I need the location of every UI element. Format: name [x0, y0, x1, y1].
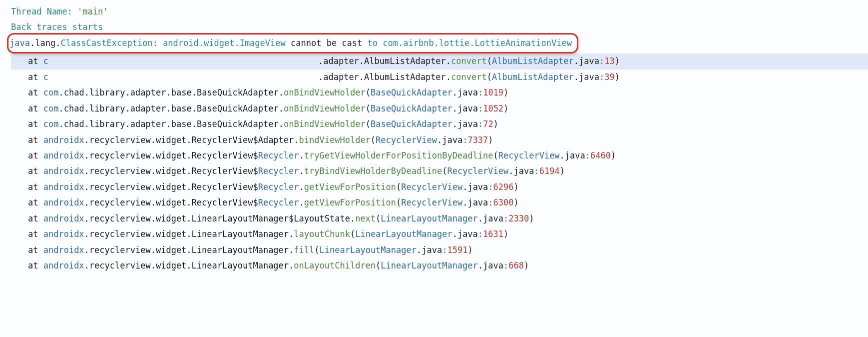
frame-token: recyclerview — [89, 198, 151, 208]
paren-open: ( — [376, 260, 381, 270]
frame-file[interactable]: LinearLayoutManager — [320, 245, 417, 255]
frame-token: androidx — [43, 150, 84, 160]
frame-file[interactable]: AlbumListAdapter — [492, 72, 574, 82]
frame-line-number[interactable]: 6194 — [539, 166, 560, 176]
exception-class: ClassCastException — [60, 38, 152, 48]
stack-frame: at androidx.recyclerview.widget.LinearLa… — [11, 226, 868, 242]
frame-file[interactable]: RecyclerView — [401, 198, 462, 208]
frame-file[interactable]: LinearLayoutManager — [381, 214, 477, 224]
frame-token: . — [84, 166, 89, 176]
frame-token: . — [151, 198, 156, 208]
at-keyword: at — [28, 56, 43, 66]
colon: : — [599, 56, 604, 66]
frame-line-number[interactable]: 1052 — [483, 104, 503, 114]
paren-close: ) — [488, 135, 493, 145]
frame-line-number[interactable]: 6300 — [493, 198, 514, 208]
stack-frame: at c.adapter.AlbumListAdapter.convert(Al… — [11, 70, 868, 85]
frame-line-number[interactable]: 1019 — [483, 88, 503, 98]
frame-line-number[interactable]: 7337 — [467, 135, 488, 145]
frame-file[interactable]: LinearLayoutManager — [381, 260, 477, 270]
frame-line-number[interactable]: 13 — [604, 56, 614, 66]
frame-token: recyclerview — [89, 214, 151, 224]
frame-token: next — [355, 214, 376, 224]
frame-file[interactable]: RecyclerView — [401, 182, 462, 192]
frame-token: androidx — [43, 135, 84, 145]
frame-token: widget — [156, 135, 186, 145]
paren-open: ( — [396, 198, 401, 208]
frame-token: . — [279, 119, 284, 129]
paren-close: ) — [529, 214, 534, 224]
stack-frame: at androidx.recyclerview.widget.Recycler… — [11, 180, 868, 195]
frame-token: library — [89, 104, 125, 114]
frame-suffix: .adapter.AlbumListAdapter. — [318, 56, 451, 66]
frame-token: chad — [64, 88, 84, 98]
paren-open: ( — [376, 214, 381, 224]
frame-token: widget — [156, 214, 186, 224]
dot: . — [574, 56, 579, 66]
frame-file[interactable]: RecyclerView — [447, 166, 508, 176]
frame-token: tryGetViewHolderForPositionByDeadline — [304, 150, 493, 160]
frame-token: widget — [156, 166, 186, 176]
frame-token: . — [186, 214, 191, 224]
frame-file[interactable]: LinearLayoutManager — [355, 229, 452, 239]
frame-token: widget — [156, 198, 186, 208]
thread-name-value: 'main' — [77, 6, 108, 16]
frame-ext: java — [467, 182, 488, 192]
stack-frame: at androidx.recyclerview.widget.LinearLa… — [11, 242, 868, 258]
frame-line-number[interactable]: 1631 — [483, 229, 503, 239]
frame-token: . — [299, 182, 304, 192]
frame-token: . — [289, 260, 294, 270]
colon: : — [478, 229, 483, 239]
at-keyword: at — [28, 135, 43, 145]
paren-close: ) — [514, 198, 519, 208]
frame-file[interactable]: RecyclerView — [376, 135, 437, 145]
frame-token: fill — [294, 245, 314, 255]
frame-ext: java — [483, 260, 503, 270]
frame-token: . — [84, 150, 89, 160]
frame-token: LinearLayoutManager$LayoutState — [192, 214, 350, 224]
paren-open: ( — [371, 135, 376, 145]
at-keyword: at — [28, 260, 43, 270]
frame-token: androidx — [43, 198, 84, 208]
frame-token: . — [151, 229, 156, 239]
frame-token: recyclerview — [89, 150, 151, 160]
frame-ext: java — [457, 88, 478, 98]
frame-file[interactable]: BaseQuickAdapter — [371, 88, 452, 98]
frame-file[interactable]: BaseQuickAdapter — [371, 104, 452, 114]
frame-file[interactable]: AlbumListAdapter — [492, 56, 574, 66]
frame-token: . — [299, 198, 304, 208]
at-keyword: at — [28, 72, 43, 82]
frame-token: androidx — [43, 214, 84, 224]
paren-close: ) — [524, 260, 529, 270]
frame-ext: java — [579, 72, 599, 82]
dot: . — [462, 198, 467, 208]
colon: : — [442, 245, 447, 255]
dot: . — [452, 119, 457, 129]
frame-line-number[interactable]: 1591 — [447, 245, 467, 255]
frame-token: . — [279, 88, 284, 98]
frame-line-number[interactable]: 668 — [508, 260, 524, 270]
frame-line-number[interactable]: 2330 — [508, 214, 529, 224]
frame-token: . — [151, 214, 156, 224]
frame-file[interactable]: RecyclerView — [498, 150, 560, 160]
frame-token: RecyclerView — [192, 182, 253, 192]
frame-token: widget — [156, 245, 186, 255]
at-keyword: at — [28, 166, 43, 176]
frame-token: adapter — [130, 88, 166, 98]
frame-line-number[interactable]: 72 — [483, 119, 493, 129]
frame-file[interactable]: BaseQuickAdapter — [371, 119, 452, 129]
frame-token: tryBindViewHolderByDeadline — [304, 166, 442, 176]
frame-token: recyclerview — [89, 135, 151, 145]
frame-token: . — [151, 166, 156, 176]
colon: : — [534, 166, 539, 176]
frame-line-number[interactable]: 6460 — [590, 150, 611, 160]
frame-method: convert — [451, 72, 487, 82]
dot: . — [452, 104, 457, 114]
at-keyword: at — [28, 198, 43, 208]
frame-token: library — [89, 119, 125, 129]
frame-line-number[interactable]: 39 — [604, 72, 614, 82]
frame-token: androidx — [43, 182, 84, 192]
frame-ext: java — [467, 198, 488, 208]
redacted-prefix: c — [43, 56, 48, 66]
frame-line-number[interactable]: 6296 — [493, 182, 514, 192]
